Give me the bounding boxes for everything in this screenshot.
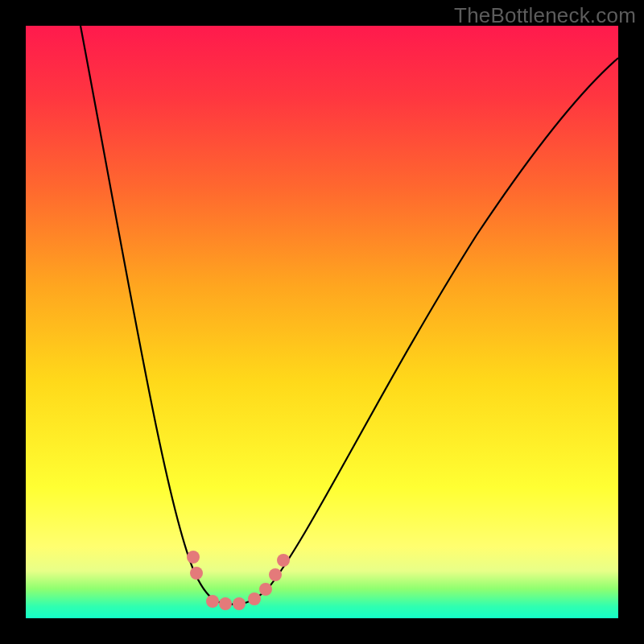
marker-point <box>259 583 272 596</box>
bottleneck-curve <box>80 26 618 605</box>
marker-point <box>248 592 261 605</box>
chart-frame <box>26 26 618 618</box>
marker-point <box>190 567 203 580</box>
chart-plot <box>26 26 618 618</box>
curve-group <box>80 26 618 605</box>
marker-point <box>219 597 232 610</box>
markers-group <box>187 551 290 610</box>
watermark-text: TheBottleneck.com <box>454 3 636 28</box>
marker-point <box>206 595 219 608</box>
marker-point <box>233 597 246 610</box>
marker-point <box>277 554 290 567</box>
marker-point <box>187 551 200 564</box>
marker-point <box>269 568 282 581</box>
